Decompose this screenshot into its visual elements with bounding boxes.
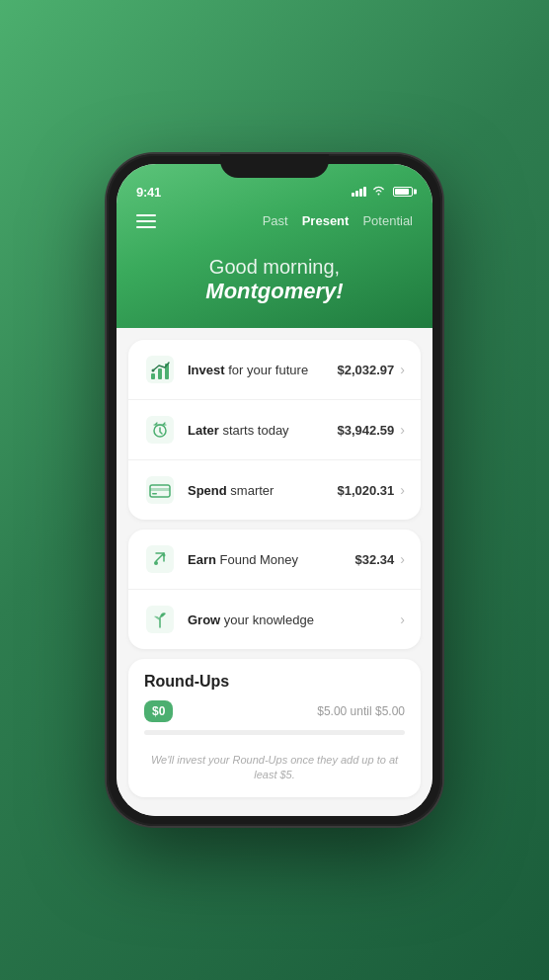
grow-row[interactable]: Grow your knowledge › bbox=[128, 590, 421, 649]
later-icon bbox=[144, 414, 176, 446]
earn-chevron: › bbox=[400, 551, 405, 567]
tab-past[interactable]: Past bbox=[263, 211, 288, 230]
roundups-note: We'll invest your Round-Ups once they ad… bbox=[128, 749, 421, 797]
spend-label: Spend smarter bbox=[188, 483, 337, 498]
later-label: Later starts today bbox=[188, 423, 337, 438]
earn-amount: $32.34 bbox=[355, 552, 395, 567]
roundups-content: $0 $5.00 until $5.00 bbox=[128, 700, 421, 749]
earn-icon bbox=[144, 543, 176, 575]
greeting-line2: Montgomery! bbox=[136, 279, 413, 304]
spend-chevron: › bbox=[400, 482, 405, 498]
battery-icon bbox=[393, 187, 413, 197]
roundups-amount-row: $0 $5.00 until $5.00 bbox=[144, 700, 405, 722]
roundups-title: Round-Ups bbox=[128, 659, 421, 700]
tab-present[interactable]: Present bbox=[302, 211, 350, 230]
roundups-progress-bar bbox=[144, 730, 405, 735]
later-chevron: › bbox=[400, 422, 405, 438]
phone-screen: 9:41 bbox=[117, 164, 432, 816]
status-time: 9:41 bbox=[136, 185, 161, 200]
nav-tabs: Past Present Potential bbox=[263, 211, 413, 230]
roundups-card: Round-Ups $0 $5.00 until $5.00 We'll inv… bbox=[128, 659, 421, 797]
grow-chevron: › bbox=[400, 612, 405, 627]
accounts-card: Invest for your future $2,032.97 › bbox=[128, 340, 421, 520]
grow-icon bbox=[144, 604, 176, 635]
svg-rect-9 bbox=[150, 488, 170, 491]
spend-row[interactable]: Spend smarter $1,020.31 › bbox=[128, 460, 421, 520]
spend-amount: $1,020.31 bbox=[337, 483, 394, 498]
invest-amount: $2,032.97 bbox=[337, 363, 394, 377]
main-content[interactable]: Invest for your future $2,032.97 › bbox=[117, 328, 432, 816]
later-row[interactable]: Later starts today $3,942.59 › bbox=[128, 400, 421, 460]
grow-label: Grow your knowledge bbox=[188, 612, 394, 627]
svg-rect-11 bbox=[146, 545, 174, 573]
svg-point-13 bbox=[163, 554, 166, 557]
earn-grow-card: Earn Found Money $32.34 › bbox=[128, 530, 421, 649]
tab-potential[interactable]: Potential bbox=[362, 211, 413, 230]
notch bbox=[220, 154, 329, 178]
greeting-line1: Good morning, bbox=[136, 256, 413, 279]
later-amount: $3,942.59 bbox=[337, 423, 394, 438]
invest-label: Invest for your future bbox=[188, 363, 337, 377]
earn-row[interactable]: Earn Found Money $32.34 › bbox=[128, 530, 421, 590]
hamburger-menu-button[interactable] bbox=[136, 214, 156, 228]
wifi-icon bbox=[372, 186, 385, 198]
earn-label: Earn Found Money bbox=[188, 552, 355, 567]
svg-rect-1 bbox=[151, 373, 155, 379]
svg-point-12 bbox=[154, 561, 158, 565]
invest-icon bbox=[144, 354, 176, 385]
spend-icon bbox=[144, 474, 176, 506]
greeting: Good morning, Montgomery! bbox=[117, 240, 432, 328]
phone-frame: 9:41 bbox=[107, 154, 442, 826]
invest-row[interactable]: Invest for your future $2,032.97 › bbox=[128, 340, 421, 400]
svg-rect-2 bbox=[158, 368, 162, 379]
status-icons bbox=[352, 186, 413, 198]
signal-icon bbox=[352, 187, 366, 197]
invest-chevron: › bbox=[400, 362, 405, 377]
svg-point-4 bbox=[152, 369, 155, 372]
roundups-progress-text: $5.00 until $5.00 bbox=[183, 704, 405, 718]
svg-rect-10 bbox=[152, 493, 157, 495]
roundups-badge[interactable]: $0 bbox=[144, 700, 173, 722]
